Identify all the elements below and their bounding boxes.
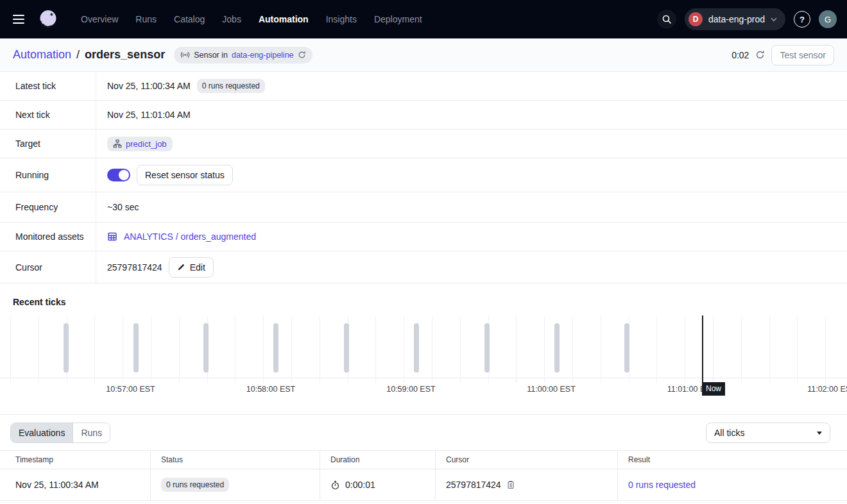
- breadcrumb-automation-link[interactable]: Automation: [13, 48, 71, 62]
- chart-gridline: [235, 316, 235, 383]
- edit-button-label: Edit: [190, 262, 205, 273]
- cell-timestamp: Nov 25, 11:00:34 AM: [0, 469, 150, 500]
- chart-gridline: [825, 316, 826, 383]
- chart-gridline: [601, 316, 601, 383]
- tick-status-filter-dropdown[interactable]: All ticks: [706, 423, 830, 443]
- menu-icon[interactable]: [10, 12, 27, 26]
- chart-gridline: [685, 316, 685, 383]
- recent-ticks-chart: 10:57:00 EST10:58:00 EST10:59:00 EST11:0…: [0, 315, 847, 398]
- nav-item-jobs[interactable]: Jobs: [222, 14, 241, 24]
- toggle-knob: [119, 170, 129, 180]
- chart-gridline: [263, 316, 264, 383]
- detail-row-cursor: Cursor 25797817424 Edit: [0, 251, 847, 283]
- column-header-result: Result: [617, 451, 847, 469]
- code-location-link[interactable]: data-eng-pipeline: [232, 51, 294, 60]
- tick-bar[interactable]: [554, 323, 560, 373]
- top-nav: Overview Runs Catalog Jobs Automation In…: [0, 0, 847, 38]
- asset-table-icon: [107, 231, 117, 242]
- sensor-badge-prefix: Sensor in: [194, 51, 228, 60]
- tick-bar[interactable]: [133, 323, 139, 373]
- test-sensor-button[interactable]: Test sensor: [771, 45, 834, 65]
- stopwatch-icon: [330, 480, 340, 490]
- nav-item-overview[interactable]: Overview: [81, 14, 118, 24]
- tick-bar[interactable]: [273, 323, 278, 373]
- target-job-link[interactable]: predict_job: [126, 139, 167, 149]
- filter-selected-value: All ticks: [714, 428, 744, 438]
- sensor-origin-badge: Sensor in data-eng-pipeline: [174, 47, 312, 63]
- avatar[interactable]: G: [819, 10, 837, 28]
- tick-bar[interactable]: [203, 323, 209, 373]
- chart-gridline: [544, 316, 545, 383]
- recent-ticks-heading: Recent ticks: [0, 283, 847, 315]
- chart-gridline: [713, 316, 714, 383]
- tick-bar[interactable]: [414, 323, 419, 373]
- page-title: orders_sensor: [85, 48, 165, 62]
- nav-item-catalog[interactable]: Catalog: [174, 14, 205, 24]
- nav-item-automation[interactable]: Automation: [259, 14, 309, 24]
- detail-label: Frequency: [0, 192, 96, 222]
- nav-item-runs[interactable]: Runs: [135, 14, 157, 24]
- column-header-timestamp: Timestamp: [0, 451, 150, 469]
- tab-evaluations[interactable]: Evaluations: [11, 423, 73, 442]
- column-header-status: Status: [150, 451, 320, 469]
- breadcrumb-separator: /: [76, 48, 80, 62]
- cell-cursor: 25797817424: [446, 480, 501, 490]
- tick-bar[interactable]: [624, 323, 629, 373]
- detail-label: Next tick: [0, 101, 96, 129]
- chart-gridline: [38, 316, 39, 383]
- chevron-down-icon: [771, 17, 777, 22]
- reset-sensor-status-button[interactable]: Reset sensor status: [137, 165, 233, 185]
- detail-label: Running: [0, 158, 96, 192]
- sensor-icon: [180, 50, 190, 60]
- reload-location-icon[interactable]: [298, 51, 306, 59]
- table-row: Nov 25, 11:00:34 AM 0 runs requested 0:0…: [0, 469, 847, 501]
- chart-gridline: [769, 316, 770, 383]
- status-badge: 0 runs requested: [161, 478, 229, 492]
- chart-gridline: [94, 316, 95, 383]
- nav-item-deployment[interactable]: Deployment: [374, 14, 422, 24]
- main-nav: Overview Runs Catalog Jobs Automation In…: [81, 14, 422, 24]
- caret-down-icon: [817, 432, 822, 435]
- running-toggle[interactable]: [107, 169, 130, 181]
- chart-gridline: [797, 316, 798, 383]
- axis-tick-label: 11:02:00 EST: [807, 385, 847, 394]
- column-header-cursor: Cursor: [435, 451, 617, 469]
- tab-runs[interactable]: Runs: [73, 423, 110, 442]
- now-tooltip: Now: [702, 382, 725, 396]
- tick-bar[interactable]: [64, 323, 69, 373]
- job-icon: [113, 139, 122, 148]
- chart-gridline: [432, 316, 432, 383]
- result-link[interactable]: 0 runs requested: [628, 480, 696, 490]
- edit-cursor-button[interactable]: Edit: [169, 257, 214, 278]
- detail-label: Target: [0, 130, 96, 158]
- axis-tick-label: 10:59:00 EST: [386, 385, 435, 394]
- nav-item-insights[interactable]: Insights: [326, 14, 357, 24]
- clipboard-copy-icon[interactable]: [506, 480, 515, 489]
- chart-gridline: [656, 316, 657, 383]
- deployment-switcher[interactable]: D data-eng-prod: [685, 8, 785, 30]
- view-segmented-control: Evaluations Runs: [10, 423, 110, 443]
- refresh-icon[interactable]: [755, 50, 765, 60]
- monitored-asset-link[interactable]: ANALYTICS / orders_augmented: [124, 231, 256, 242]
- detail-row-target: Target predict_job: [0, 130, 847, 158]
- now-marker-line: [702, 315, 703, 392]
- tick-bar[interactable]: [484, 323, 490, 373]
- dagster-logo-icon[interactable]: [36, 7, 60, 31]
- chart-gridline: [320, 316, 320, 383]
- help-icon[interactable]: ?: [794, 11, 810, 28]
- detail-row-next-tick: Next tick Nov 25, 11:01:04 AM: [0, 101, 847, 130]
- detail-row-frequency: Frequency ~30 sec: [0, 192, 847, 223]
- latest-tick-status-badge: 0 runs requested: [197, 79, 265, 93]
- chart-gridline: [375, 316, 376, 383]
- ticks-history-section: Evaluations Runs All ticks Timestamp Sta…: [0, 414, 847, 501]
- target-job-chip[interactable]: predict_job: [107, 137, 173, 151]
- table-header-row: Timestamp Status Duration Cursor Result: [0, 450, 847, 469]
- column-header-duration: Duration: [320, 451, 435, 469]
- detail-label: Cursor: [0, 251, 96, 283]
- evaluations-table: Timestamp Status Duration Cursor Result …: [0, 450, 847, 501]
- tick-bar[interactable]: [344, 323, 349, 373]
- chart-gridline: [179, 316, 180, 383]
- search-icon[interactable]: [657, 10, 676, 29]
- sensor-details: Latest tick Nov 25, 11:00:34 AM 0 runs r…: [0, 72, 847, 283]
- deployment-name: data-eng-prod: [708, 14, 765, 24]
